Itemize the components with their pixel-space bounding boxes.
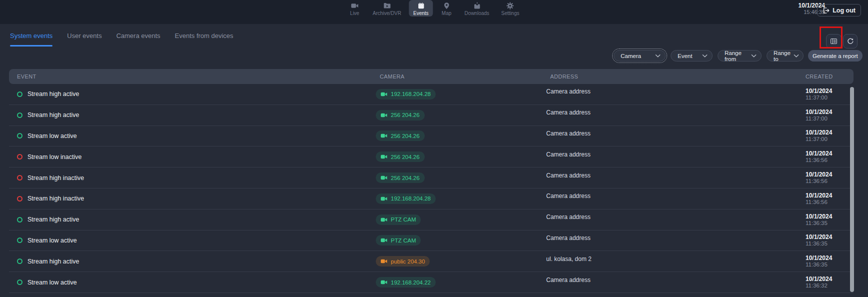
created-cell: 10/1/2024 11:36:56 (806, 171, 846, 184)
table-row[interactable]: Stream low inactive 256 204.26 Camera ad… (9, 146, 854, 168)
table-row[interactable]: Stream high active 192.168.204.28 Camera… (9, 84, 854, 105)
table-row[interactable]: Stream high active public 204.30 ul. kol… (9, 251, 854, 272)
created-cell: 10/1/2024 11:37:00 (806, 88, 846, 101)
event-name: Stream low active (27, 237, 77, 244)
events-table: EVENT CAMERA ADDRESS CREATED Stream high… (9, 69, 854, 293)
created-date: 10/1/2024 (806, 192, 846, 199)
camera-filter-dropdown[interactable]: Camera (614, 50, 666, 62)
report-button[interactable] (826, 34, 842, 48)
nav-item-events[interactable]: Events (409, 0, 433, 16)
camera-icon (381, 112, 387, 118)
event-status-icon (17, 175, 22, 180)
created-time: 11:36:35 (806, 220, 846, 226)
camera-badge[interactable]: public 204.30 (376, 256, 430, 266)
nav-label: Events (413, 10, 429, 16)
camera-name: 192.168.204.28 (391, 196, 431, 202)
nav-item-settings[interactable]: Settings (497, 0, 524, 16)
camera-address: Camera address (546, 172, 591, 179)
table-row[interactable]: Stream high active 256 204.26 Camera add… (9, 105, 854, 126)
archive-folder-icon (383, 2, 391, 10)
camera-address: Camera address (546, 234, 591, 242)
camera-address: Camera address (546, 214, 591, 220)
camera-name: 256 204.26 (391, 112, 420, 118)
camera-address: Camera address (546, 109, 591, 116)
created-date: 10/1/2024 (806, 213, 846, 220)
nav-item-live[interactable]: Live (344, 0, 365, 16)
created-date: 10/1/2024 (806, 254, 846, 262)
camera-icon (381, 196, 387, 202)
created-date: 10/1/2024 (806, 234, 846, 240)
event-status-icon (17, 196, 22, 202)
table-row[interactable]: Stream low active PTZ CAM Camera address… (9, 230, 854, 252)
event-name: Stream high active (27, 90, 79, 98)
tab-events-from-devices[interactable]: Events from devices (175, 24, 233, 47)
main-nav: Live Archive/DVR Events Map Downloads Se… (344, 0, 524, 16)
camera-badge[interactable]: 192.168.204.28 (376, 194, 436, 204)
generate-report-button[interactable]: Generate a report (808, 50, 863, 62)
nav-item-archive-dvr[interactable]: Archive/DVR (368, 0, 406, 16)
camera-badge[interactable]: PTZ CAM (376, 214, 421, 225)
column-header-created: CREATED (806, 74, 850, 80)
table-header: EVENT CAMERA ADDRESS CREATED (9, 69, 854, 84)
created-cell: 10/1/2024 11:36:35 (806, 213, 846, 226)
event-status-icon (17, 133, 22, 138)
camera-badge[interactable]: 256 204.26 (376, 152, 425, 162)
event-name: Stream high active (27, 112, 79, 118)
event-filter-dropdown[interactable]: Event (671, 50, 713, 62)
created-date: 10/1/2024 (806, 276, 846, 282)
camera-badge[interactable]: PTZ CAM (376, 235, 421, 246)
logout-button[interactable]: Log out (817, 4, 861, 16)
event-name: Stream high active (27, 216, 79, 223)
event-filter-label: Event (678, 53, 692, 59)
table-body: Stream high active 192.168.204.28 Camera… (9, 84, 854, 293)
table-scrollbar[interactable] (850, 87, 854, 292)
tab-system-events[interactable]: System events (10, 24, 52, 47)
camera-badge[interactable]: 256 204.26 (376, 110, 425, 120)
tab-camera-events[interactable]: Camera events (116, 24, 160, 47)
created-time: 11:36:32 (806, 282, 846, 289)
camera-name: PTZ CAM (391, 238, 416, 244)
range-to-dropdown[interactable]: Range to (767, 50, 804, 62)
created-cell: 10/1/2024 11:36:56 (806, 192, 846, 206)
nav-item-downloads[interactable]: Downloads (460, 0, 494, 16)
table-row[interactable]: Stream high inactive 192.168.204.28 Came… (9, 188, 854, 210)
camera-badge[interactable]: 192.168.204.22 (376, 277, 436, 288)
camera-badge[interactable]: 256 204.26 (376, 130, 425, 141)
tab-user-events[interactable]: User events (67, 24, 101, 47)
table-row[interactable]: Stream high inactive 256 204.26 Camera a… (9, 168, 854, 188)
camera-address: Camera address (546, 151, 591, 158)
report-icon (830, 38, 838, 45)
camera-icon (381, 175, 387, 180)
event-status-icon (17, 238, 22, 243)
camera-icon (381, 92, 387, 97)
camera-name: 256 204.26 (391, 175, 420, 181)
created-time: 11:37:00 (806, 116, 846, 122)
camera-badge[interactable]: 256 204.26 (376, 172, 425, 183)
created-date: 10/1/2024 (806, 108, 846, 116)
nav-item-map[interactable]: Map (436, 0, 457, 16)
range-from-dropdown[interactable]: Range from (718, 50, 762, 62)
created-cell: 10/1/2024 11:37:00 (806, 129, 846, 142)
nav-label: Downloads (465, 10, 489, 16)
event-status-icon (17, 154, 22, 160)
table-row[interactable]: Stream low active 192.168.204.22 Camera … (9, 272, 854, 293)
refresh-button[interactable] (843, 34, 858, 48)
event-status-icon (17, 280, 22, 285)
column-header-event: EVENT (17, 74, 376, 80)
camera-icon (381, 238, 387, 243)
video-camera-icon (351, 2, 358, 10)
camera-address: Camera address (546, 192, 591, 200)
gear-icon (507, 2, 514, 10)
chevron-down-icon (655, 54, 661, 58)
table-row[interactable]: Stream low active 256 204.26 Camera addr… (9, 126, 854, 147)
table-row[interactable]: Stream high active PTZ CAM Camera addres… (9, 210, 854, 230)
camera-badge[interactable]: 192.168.204.28 (376, 89, 436, 100)
camera-icon (381, 280, 387, 285)
range-from-label: Range from (725, 50, 748, 62)
created-time: 11:37:00 (806, 94, 846, 101)
created-time: 11:36:35 (806, 262, 846, 268)
created-cell: 10/1/2024 11:37:00 (806, 108, 846, 122)
created-date: 10/1/2024 (806, 129, 846, 136)
created-cell: 10/1/2024 11:36:56 (806, 150, 846, 164)
event-name: Stream high active (27, 258, 79, 265)
